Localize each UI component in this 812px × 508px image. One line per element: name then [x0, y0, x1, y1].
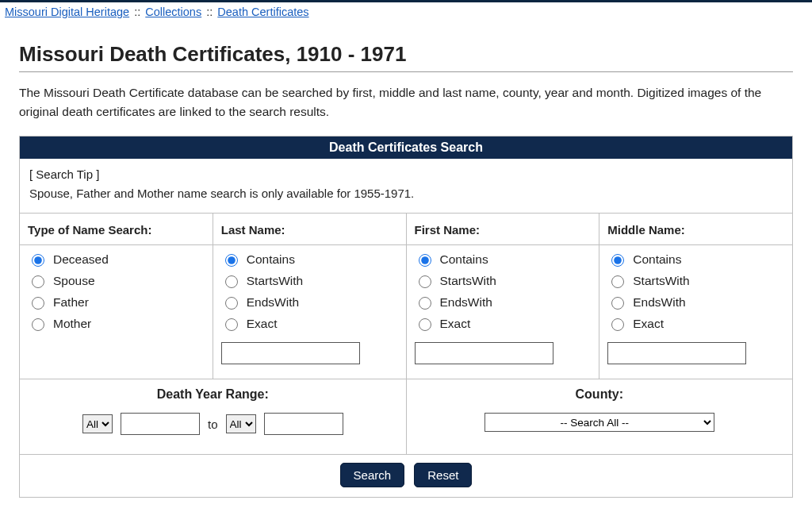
- radio-label: Father: [53, 295, 89, 310]
- breadcrumb-link-heritage[interactable]: Missouri Digital Heritage: [5, 6, 129, 18]
- col-middle-name: Middle Name: Contains StartsWith EndsWit…: [599, 214, 792, 379]
- radio-startswith[interactable]: [225, 275, 238, 288]
- match-option[interactable]: EndsWith: [415, 294, 592, 310]
- radio-contains[interactable]: [419, 254, 431, 267]
- col-county: County: -- Search All --: [406, 379, 793, 454]
- radio-endswith[interactable]: [611, 297, 624, 310]
- radio-father[interactable]: [32, 297, 44, 310]
- match-option[interactable]: StartsWith: [415, 273, 592, 288]
- search-tip-text: Spouse, Father and Mother name search is…: [29, 187, 414, 200]
- button-row: Search Reset: [20, 455, 792, 497]
- radio-label: StartsWith: [440, 274, 496, 288]
- search-button[interactable]: Search: [340, 463, 405, 487]
- match-option[interactable]: StartsWith: [221, 273, 398, 288]
- match-option[interactable]: Contains: [221, 252, 398, 267]
- year-from-input[interactable]: [121, 413, 200, 435]
- name-type-heading: Type of Name Search:: [20, 223, 213, 245]
- first-name-input[interactable]: [415, 342, 553, 364]
- county-select[interactable]: -- Search All --: [485, 413, 714, 432]
- radio-endswith[interactable]: [225, 297, 238, 310]
- col-name-type: Type of Name Search: Deceased Spouse Fat…: [20, 214, 213, 379]
- radio-label: Mother: [53, 317, 91, 331]
- breadcrumb: Missouri Digital Heritage :: Collections…: [0, 0, 812, 23]
- radio-spouse[interactable]: [32, 275, 44, 288]
- first-name-heading: First Name:: [407, 223, 599, 245]
- name-type-option[interactable]: Father: [28, 294, 205, 310]
- year-to-input[interactable]: [264, 413, 343, 435]
- panel-header: Death Certificates Search: [20, 137, 792, 159]
- col-first-name: First Name: Contains StartsWith EndsWith…: [406, 214, 599, 379]
- search-panel: Death Certificates Search [ Search Tip ]…: [19, 136, 793, 498]
- radio-startswith[interactable]: [419, 275, 431, 288]
- last-name-heading: Last Name:: [213, 223, 406, 245]
- radio-label: Exact: [633, 317, 664, 331]
- breadcrumb-link-death-certificates[interactable]: Death Certificates: [217, 6, 308, 18]
- radio-exact[interactable]: [611, 318, 624, 331]
- year-to-select[interactable]: All: [226, 414, 256, 433]
- radio-label: Contains: [633, 252, 681, 267]
- radio-startswith[interactable]: [611, 275, 624, 288]
- radio-label: Exact: [247, 317, 278, 331]
- col-year-range: Death Year Range: All to All: [20, 379, 406, 454]
- intro-text: The Missouri Death Certificate database …: [19, 83, 793, 121]
- breadcrumb-link-collections[interactable]: Collections: [145, 6, 201, 18]
- search-tip: [ Search Tip ] Spouse, Father and Mother…: [20, 159, 792, 214]
- radio-label: EndsWith: [633, 295, 685, 310]
- middle-name-heading: Middle Name:: [599, 223, 792, 245]
- radio-label: StartsWith: [633, 274, 689, 288]
- col-last-name: Last Name: Contains StartsWith EndsWith …: [213, 214, 406, 379]
- match-option[interactable]: Exact: [221, 316, 398, 331]
- match-option[interactable]: Exact: [607, 316, 784, 331]
- radio-deceased[interactable]: [32, 254, 44, 267]
- match-option[interactable]: Exact: [415, 316, 592, 331]
- page-title: Missouri Death Certificates, 1910 - 1971: [19, 42, 793, 72]
- radio-endswith[interactable]: [419, 297, 431, 310]
- name-type-option[interactable]: Spouse: [28, 273, 205, 288]
- radio-label: Contains: [247, 252, 295, 267]
- radio-label: Contains: [440, 252, 488, 267]
- breadcrumb-sep: ::: [134, 6, 140, 18]
- year-from-select[interactable]: All: [82, 414, 113, 433]
- match-option[interactable]: StartsWith: [607, 273, 784, 288]
- radio-label: Spouse: [53, 274, 95, 288]
- year-range-heading: Death Year Range:: [33, 387, 393, 402]
- year-range-to-label: to: [208, 418, 218, 431]
- radio-contains[interactable]: [611, 254, 624, 267]
- match-option[interactable]: Contains: [415, 252, 592, 267]
- match-option[interactable]: Contains: [607, 252, 784, 267]
- breadcrumb-sep: ::: [206, 6, 213, 18]
- radio-label: Exact: [440, 317, 471, 331]
- radio-label: EndsWith: [247, 295, 299, 310]
- radio-label: StartsWith: [247, 274, 303, 288]
- name-type-option[interactable]: Mother: [28, 316, 205, 331]
- last-name-input[interactable]: [221, 342, 360, 364]
- radio-exact[interactable]: [419, 318, 431, 331]
- match-option[interactable]: EndsWith: [607, 294, 784, 310]
- radio-label: Deceased: [53, 252, 109, 267]
- county-heading: County:: [419, 387, 780, 402]
- radio-label: EndsWith: [440, 295, 492, 310]
- radio-exact[interactable]: [225, 318, 238, 331]
- search-tip-label: [ Search Tip ]: [29, 167, 99, 181]
- middle-name-input[interactable]: [607, 342, 746, 364]
- name-type-option[interactable]: Deceased: [28, 252, 205, 267]
- radio-mother[interactable]: [32, 318, 44, 331]
- match-option[interactable]: EndsWith: [221, 294, 398, 310]
- reset-button[interactable]: Reset: [414, 463, 472, 487]
- radio-contains[interactable]: [225, 254, 238, 267]
